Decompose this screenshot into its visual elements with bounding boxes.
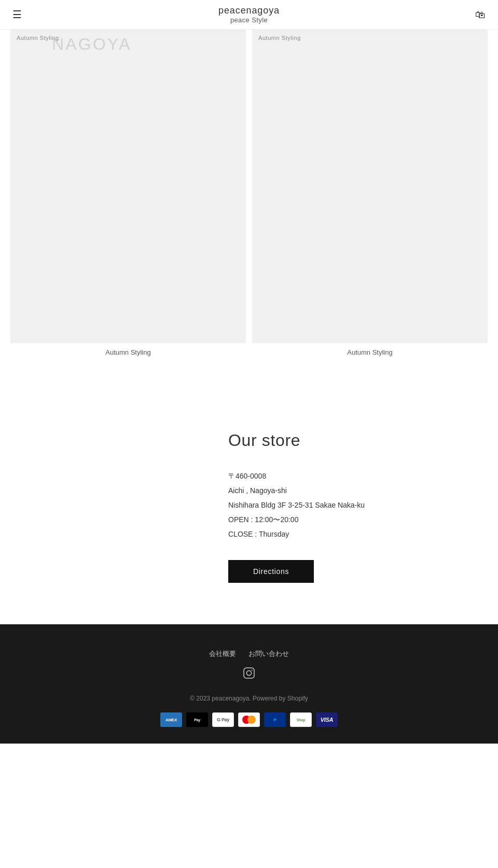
payment-visa: VISA [316, 712, 338, 727]
cart-icon[interactable]: 🛍 [475, 9, 486, 21]
product-label-2: Autumn Styling [258, 35, 301, 41]
payment-mastercard [238, 712, 260, 727]
store-open: OPEN : 12:00〜20:00 [228, 512, 477, 527]
payment-googlepay: G Pay [212, 712, 234, 727]
product-name-2: Autumn Styling [252, 348, 488, 358]
payment-amex: AMEX [160, 712, 182, 727]
site-header: ☰ peacenagoya peace Style 🛍 [0, 0, 498, 30]
site-footer: 会社概要 お問い合わせ © 2023 peacenagoya. Powered … [0, 624, 498, 744]
payment-icons: AMEX Pay G Pay P Shop VISA [10, 712, 488, 727]
payment-applepay: Pay [186, 712, 208, 727]
site-title: peacenagoya [218, 5, 280, 16]
instagram-icon[interactable] [243, 667, 255, 682]
footer-nav-item-1[interactable]: 会社概要 [209, 649, 236, 659]
store-city: Aichi , Nagoya-shi [228, 483, 477, 498]
payment-paypal: P [264, 712, 286, 727]
product-name-1: Autumn Styling [10, 348, 246, 358]
footer-nav: 会社概要 お問い合わせ [10, 649, 488, 659]
svg-point-2 [252, 670, 253, 671]
store-postal: 〒460-0008 [228, 469, 477, 483]
svg-rect-0 [244, 668, 254, 678]
menu-icon[interactable]: ☰ [12, 8, 22, 21]
footer-copyright: © 2023 peacenagoya. Powered by Shopify [10, 695, 488, 702]
header-brand: peacenagoya peace Style [218, 5, 280, 24]
payment-shopify: Shop [290, 712, 312, 727]
product-item-1[interactable]: Autumn Styling NAGOYA Autumn Styling [10, 30, 246, 358]
product-title-overlay-1: NAGOYA [52, 35, 132, 54]
footer-nav-item-2[interactable]: お問い合わせ [248, 649, 289, 659]
product-grid: Autumn Styling NAGOYA Autumn Styling Aut… [0, 30, 498, 358]
product-image-2: Autumn Styling [252, 30, 488, 343]
store-address: Nishihara Bldg 3F 3-25-31 Sakae Naka-ku [228, 498, 477, 512]
directions-button[interactable]: Directions [228, 560, 314, 583]
store-info: 〒460-0008 Aichi , Nagoya-shi Nishihara B… [228, 469, 477, 541]
store-close: CLOSE : Thursday [228, 527, 477, 541]
product-item-2[interactable]: Autumn Styling Autumn Styling [252, 30, 488, 358]
product-image-1: Autumn Styling NAGOYA [10, 30, 246, 343]
store-section: Our store 〒460-0008 Aichi , Nagoya-shi N… [0, 389, 498, 624]
svg-point-1 [247, 671, 252, 676]
store-title: Our store [228, 431, 477, 450]
site-subtitle: peace Style [218, 16, 280, 24]
